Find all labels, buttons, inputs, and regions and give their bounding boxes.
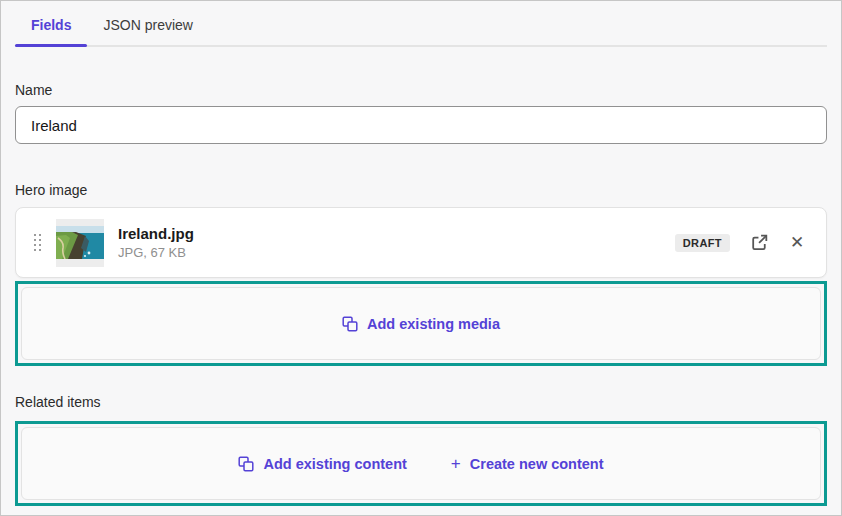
create-new-content-label: Create new content (470, 456, 604, 472)
media-card: Ireland.jpg JPG, 67 KB DRAFT ✕ (15, 207, 827, 278)
fields-form: Name Hero image (1, 82, 841, 506)
open-in-new-button[interactable] (746, 230, 772, 256)
related-items-dropzone: Add existing content + Create new conten… (21, 427, 821, 500)
hero-image-dropzone: Add existing media (21, 287, 821, 360)
create-new-content-button[interactable]: + Create new content (451, 455, 604, 472)
media-meta: JPG, 67 KB (118, 245, 194, 260)
tab-fields-label: Fields (31, 17, 71, 33)
tab-fields[interactable]: Fields (15, 13, 87, 45)
tab-bar: Fields JSON preview (1, 1, 841, 45)
drag-handle-icon[interactable] (34, 234, 41, 251)
existing-media-icon (342, 316, 358, 332)
content-editor-panel: Fields JSON preview Name Hero image (1, 1, 841, 506)
name-input[interactable] (15, 106, 827, 144)
existing-content-icon (238, 456, 254, 472)
remove-media-button[interactable]: ✕ (784, 230, 810, 256)
tab-divider (15, 45, 827, 47)
plus-icon: + (451, 455, 461, 472)
status-badge: DRAFT (675, 234, 730, 252)
add-existing-media-button[interactable]: Add existing media (342, 316, 500, 332)
tab-json-preview-label: JSON preview (103, 17, 192, 33)
media-filename: Ireland.jpg (118, 225, 194, 242)
add-existing-media-label: Add existing media (367, 316, 500, 332)
close-icon: ✕ (790, 234, 804, 251)
tab-json-preview[interactable]: JSON preview (87, 13, 208, 45)
open-in-new-icon (749, 232, 770, 253)
add-existing-content-label: Add existing content (263, 456, 406, 472)
media-thumbnail (56, 219, 104, 267)
hero-image-label: Hero image (15, 182, 827, 198)
cliffs-photo-image (56, 226, 104, 259)
related-items-dropzone-highlight: Add existing content + Create new conten… (15, 421, 827, 506)
related-items-label: Related items (15, 394, 827, 410)
add-existing-content-button[interactable]: Add existing content (238, 456, 406, 472)
name-field-label: Name (15, 82, 827, 98)
media-info: Ireland.jpg JPG, 67 KB (118, 225, 194, 260)
hero-image-dropzone-highlight: Add existing media (15, 281, 827, 366)
